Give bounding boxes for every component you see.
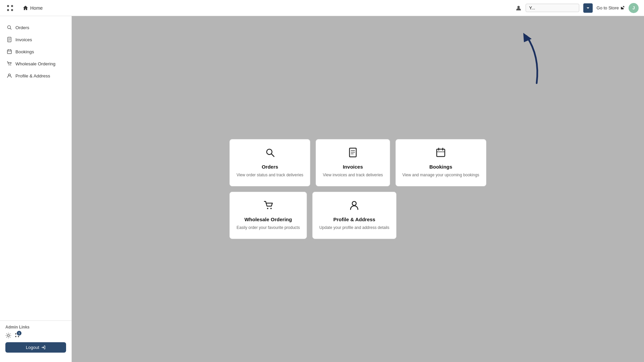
svg-point-18 bbox=[7, 335, 9, 337]
sidebar-item-profile-address[interactable]: Profile & Address bbox=[0, 70, 71, 82]
card-orders-title: Orders bbox=[262, 164, 278, 170]
cards-row-1: Orders View order status and track deliv… bbox=[229, 139, 486, 186]
external-link-icon bbox=[620, 6, 625, 10]
card-orders-desc: View order status and track deliveries bbox=[236, 172, 303, 178]
admin-icon-row: 1 bbox=[5, 332, 66, 339]
svg-line-6 bbox=[10, 28, 12, 30]
svg-point-36 bbox=[352, 201, 356, 205]
card-wholesale-ordering[interactable]: Wholesale Ordering Easily order your fav… bbox=[229, 192, 307, 239]
card-wholesale-desc: Easily order your favourite products bbox=[236, 225, 300, 231]
cards-row-2: Wholesale Ordering Easily order your fav… bbox=[229, 192, 486, 239]
card-invoices-desc: View invoices and track deliveries bbox=[323, 172, 383, 178]
logout-label: Logout bbox=[26, 345, 39, 350]
sidebar-bookings-label: Bookings bbox=[15, 49, 34, 54]
chevron-down-icon bbox=[586, 6, 590, 10]
card-profile-icon bbox=[349, 200, 359, 213]
sidebar-item-invoices[interactable]: Invoices bbox=[0, 34, 71, 46]
svg-point-5 bbox=[8, 26, 11, 29]
sidebar-wholesale-label: Wholesale Ordering bbox=[15, 61, 55, 66]
logo-icon bbox=[5, 3, 15, 13]
goto-store-label: Go to Store bbox=[597, 5, 619, 10]
logout-button[interactable]: Logout bbox=[5, 342, 66, 353]
admin-gear-icon bbox=[5, 333, 11, 339]
sidebar-item-orders[interactable]: Orders bbox=[0, 21, 71, 34]
card-invoices-title: Invoices bbox=[343, 164, 363, 170]
svg-point-16 bbox=[10, 65, 11, 66]
search-input[interactable] bbox=[526, 4, 579, 12]
admin-links-label: Admin Links bbox=[5, 325, 66, 329]
card-profile-address[interactable]: Profile & Address Update your profile an… bbox=[312, 192, 396, 239]
card-wholesale-icon bbox=[263, 200, 273, 213]
cart-icon bbox=[7, 61, 12, 66]
topbar: Home Go to Store J bbox=[0, 0, 644, 16]
svg-point-2 bbox=[7, 9, 9, 11]
card-bookings-title: Bookings bbox=[429, 164, 452, 170]
sidebar-item-bookings[interactable]: Bookings bbox=[0, 46, 71, 58]
card-profile-desc: Update your profile and address details bbox=[319, 225, 389, 231]
svg-point-21 bbox=[15, 336, 16, 337]
svg-point-0 bbox=[7, 5, 9, 7]
svg-rect-30 bbox=[437, 149, 445, 157]
svg-point-3 bbox=[11, 9, 13, 11]
user-icon bbox=[516, 5, 522, 11]
sidebar-orders-label: Orders bbox=[15, 25, 29, 30]
card-bookings-icon bbox=[436, 147, 446, 160]
sidebar-item-wholesale-ordering[interactable]: Wholesale Ordering bbox=[0, 58, 71, 70]
calendar-icon bbox=[7, 49, 12, 54]
card-bookings[interactable]: Bookings View and manage your upcoming b… bbox=[395, 139, 486, 186]
user-profile-icon bbox=[7, 73, 12, 78]
svg-point-19 bbox=[15, 333, 16, 335]
home-label: Home bbox=[30, 5, 43, 11]
avatar-initials: J bbox=[632, 5, 635, 10]
svg-rect-26 bbox=[350, 148, 356, 157]
sidebar-invoices-label: Invoices bbox=[15, 37, 32, 42]
svg-point-35 bbox=[270, 208, 272, 209]
sidebar-resize-handle[interactable] bbox=[70, 182, 71, 196]
home-nav[interactable]: Home bbox=[23, 5, 43, 11]
svg-point-34 bbox=[267, 208, 268, 209]
svg-line-25 bbox=[271, 154, 274, 157]
goto-store-link[interactable]: Go to Store bbox=[597, 5, 625, 10]
svg-marker-23 bbox=[523, 33, 532, 42]
card-bookings-desc: View and manage your upcoming bookings bbox=[402, 172, 479, 178]
main-content: Orders View order status and track deliv… bbox=[72, 16, 644, 362]
card-wholesale-title: Wholesale Ordering bbox=[245, 217, 292, 222]
card-orders[interactable]: Orders View order status and track deliv… bbox=[229, 139, 310, 186]
avatar[interactable]: J bbox=[629, 3, 639, 13]
svg-point-15 bbox=[9, 65, 9, 66]
svg-point-1 bbox=[11, 5, 13, 7]
arrow-svg bbox=[510, 29, 550, 90]
logout-icon bbox=[41, 345, 46, 350]
home-icon bbox=[23, 5, 28, 11]
sidebar: Orders Invoices Bookings bbox=[0, 16, 72, 362]
card-invoices-icon bbox=[348, 147, 358, 160]
cards-wrapper: Orders View order status and track deliv… bbox=[229, 139, 486, 239]
sidebar-bottom: Admin Links 1 Logout bbox=[0, 320, 71, 357]
file-icon bbox=[7, 37, 12, 42]
search-icon bbox=[7, 25, 12, 30]
sidebar-profile-label: Profile & Address bbox=[15, 73, 50, 78]
topbar-right: Go to Store J bbox=[516, 3, 639, 13]
logo[interactable] bbox=[5, 3, 15, 13]
card-orders-icon bbox=[265, 147, 275, 160]
svg-rect-11 bbox=[7, 50, 11, 54]
card-profile-title: Profile & Address bbox=[333, 217, 375, 222]
arrow-annotation bbox=[510, 29, 550, 91]
svg-point-4 bbox=[517, 6, 520, 8]
svg-point-22 bbox=[18, 336, 19, 337]
card-invoices[interactable]: Invoices View invoices and track deliver… bbox=[316, 139, 390, 186]
dropdown-button[interactable] bbox=[583, 3, 593, 13]
main-layout: Orders Invoices Bookings bbox=[0, 16, 644, 362]
